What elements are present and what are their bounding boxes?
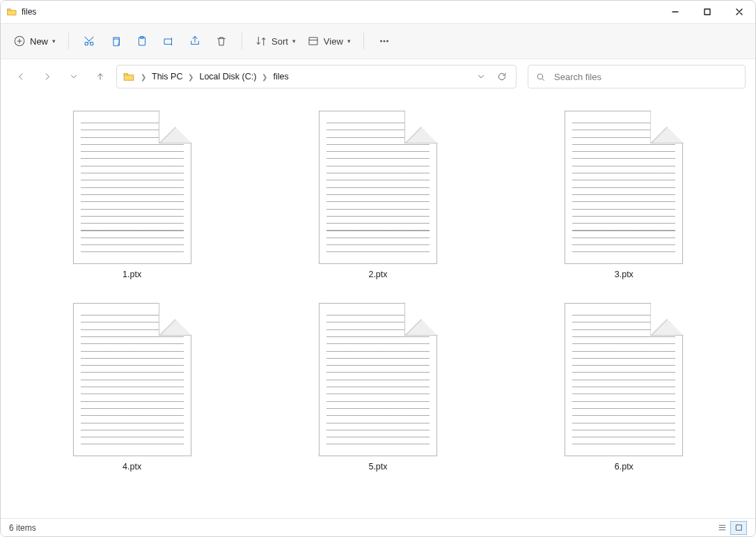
share-button[interactable] bbox=[183, 29, 207, 53]
navbar: ❯ This PC ❯ Local Disk (C:) ❯ files bbox=[1, 59, 755, 94]
more-button[interactable] bbox=[372, 29, 396, 53]
toolbar-separator bbox=[68, 33, 69, 49]
nav-forward-button[interactable] bbox=[37, 66, 58, 87]
icons-view-button[interactable] bbox=[730, 521, 747, 535]
file-item[interactable]: 3.ptx bbox=[501, 107, 747, 283]
search-input[interactable] bbox=[553, 71, 738, 83]
folder-icon bbox=[6, 6, 17, 17]
new-button-label: New bbox=[30, 36, 48, 47]
file-grid: 1.ptx 2.ptx 3.ptx 4.ptx 5.ptx bbox=[9, 107, 747, 476]
file-item[interactable]: 6.ptx bbox=[501, 299, 747, 476]
svg-rect-13 bbox=[736, 525, 741, 531]
titlebar-left: files bbox=[6, 6, 659, 17]
titlebar: files bbox=[1, 1, 755, 23]
search-icon bbox=[535, 72, 546, 82]
chevron-down-icon: ▾ bbox=[292, 38, 296, 45]
window-controls bbox=[659, 1, 755, 23]
file-name-label: 5.ptx bbox=[368, 462, 387, 472]
file-item[interactable]: 5.ptx bbox=[255, 299, 501, 476]
folder-icon bbox=[123, 70, 135, 83]
file-name-label: 1.ptx bbox=[123, 270, 141, 279]
nav-recent-dropdown[interactable] bbox=[63, 66, 84, 87]
svg-point-10 bbox=[384, 40, 385, 42]
file-pane[interactable]: 1.ptx 2.ptx 3.ptx 4.ptx 5.ptx bbox=[1, 94, 755, 518]
breadcrumb-segment[interactable]: Local Disk (C:) bbox=[196, 67, 259, 86]
status-item-count: 6 items bbox=[9, 523, 36, 533]
document-icon bbox=[73, 303, 191, 456]
toolbar: New ▾ Sort ▾ View ▾ bbox=[1, 23, 755, 59]
document-icon bbox=[319, 303, 437, 456]
svg-rect-7 bbox=[164, 39, 172, 45]
file-item[interactable]: 1.ptx bbox=[9, 107, 255, 283]
chevron-right-icon: ❯ bbox=[139, 73, 148, 81]
toolbar-separator bbox=[242, 33, 242, 49]
sort-button-label: Sort bbox=[271, 36, 288, 47]
copy-button[interactable] bbox=[104, 29, 127, 53]
sort-button[interactable]: Sort ▾ bbox=[251, 29, 300, 53]
search-box[interactable] bbox=[528, 65, 746, 88]
minimize-button[interactable] bbox=[659, 1, 691, 23]
breadcrumb-segment[interactable]: files bbox=[270, 67, 291, 86]
file-name-label: 3.ptx bbox=[615, 270, 633, 279]
nav-back-button[interactable] bbox=[10, 66, 31, 87]
maximize-button[interactable] bbox=[691, 1, 723, 23]
file-item[interactable]: 2.ptx bbox=[255, 107, 501, 283]
file-item[interactable]: 4.ptx bbox=[9, 299, 255, 476]
explorer-window: files New ▾ bbox=[0, 0, 756, 537]
chevron-down-icon: ▾ bbox=[52, 38, 56, 45]
file-name-label: 2.ptx bbox=[368, 270, 387, 279]
document-icon bbox=[565, 111, 683, 264]
statusbar: 6 items bbox=[1, 518, 755, 536]
rename-button[interactable] bbox=[157, 29, 180, 53]
nav-up-button[interactable] bbox=[90, 66, 111, 87]
chevron-right-icon: ❯ bbox=[187, 73, 195, 81]
view-toggle bbox=[714, 521, 747, 535]
svg-rect-4 bbox=[113, 39, 119, 46]
close-button[interactable] bbox=[723, 1, 755, 23]
view-button-label: View bbox=[324, 36, 343, 47]
file-name-label: 4.ptx bbox=[123, 462, 141, 472]
document-icon bbox=[73, 111, 191, 264]
svg-point-11 bbox=[386, 40, 388, 42]
details-view-button[interactable] bbox=[714, 521, 730, 535]
chevron-down-icon: ▾ bbox=[347, 38, 351, 45]
svg-rect-8 bbox=[309, 38, 317, 45]
toolbar-separator bbox=[363, 33, 364, 49]
view-button[interactable]: View ▾ bbox=[303, 29, 355, 53]
delete-button[interactable] bbox=[210, 29, 233, 53]
new-button[interactable]: New ▾ bbox=[9, 29, 60, 53]
breadcrumb-segment[interactable]: This PC bbox=[149, 67, 185, 86]
svg-rect-0 bbox=[704, 9, 710, 15]
refresh-button[interactable] bbox=[492, 67, 512, 86]
chevron-right-icon: ❯ bbox=[260, 73, 269, 81]
svg-point-9 bbox=[380, 40, 381, 42]
file-name-label: 6.ptx bbox=[615, 462, 633, 472]
cut-button[interactable] bbox=[77, 29, 101, 53]
address-dropdown-button[interactable] bbox=[471, 67, 491, 86]
document-icon bbox=[319, 111, 437, 264]
address-bar[interactable]: ❯ This PC ❯ Local Disk (C:) ❯ files bbox=[116, 65, 517, 88]
document-icon bbox=[565, 303, 683, 456]
window-title: files bbox=[22, 7, 36, 17]
paste-button[interactable] bbox=[130, 29, 154, 53]
